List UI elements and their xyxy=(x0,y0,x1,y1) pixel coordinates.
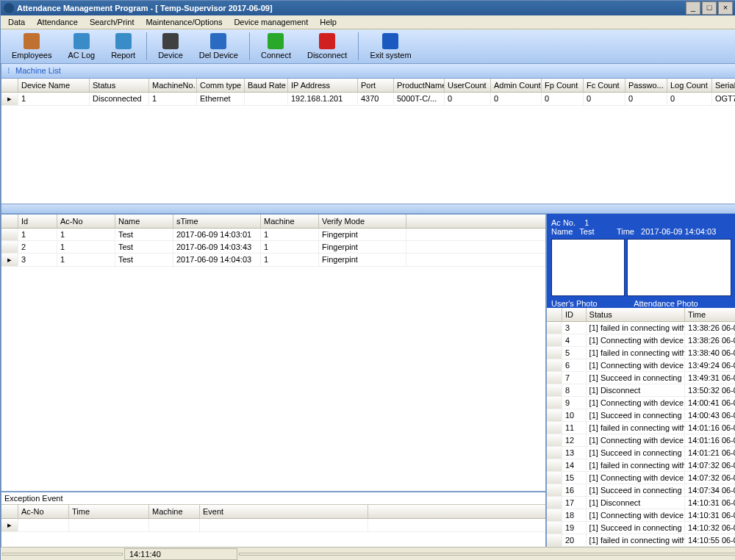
minimize-button[interactable]: _ xyxy=(686,1,700,15)
connect-button[interactable]: Connect xyxy=(254,29,298,63)
maximize-button[interactable]: □ xyxy=(702,1,717,15)
table-row[interactable]: 8[1] Disconnect13:50:32 06-09 xyxy=(547,384,735,397)
del-device-icon xyxy=(210,33,226,49)
ac-log-icon xyxy=(74,33,90,49)
table-row[interactable]: 16[1] Succeed in connecting wi14:07:34 0… xyxy=(547,484,735,497)
table-row[interactable]: 12[1] Connecting with device,pl14:01:16 … xyxy=(547,434,735,447)
employees-icon xyxy=(24,33,40,49)
col-status[interactable]: Status xyxy=(587,308,685,321)
scroll-strip[interactable] xyxy=(1,204,735,214)
table-row[interactable]: 14[1] failed in connecting with d14:07:3… xyxy=(547,459,735,472)
statusbar: 14:11:40 xyxy=(1,547,735,560)
ac-log-button[interactable]: AC Log xyxy=(61,29,101,63)
info-box: Ac No. 1 Name Test Time 2017-06-09 14:04… xyxy=(547,214,735,308)
exception-title: Exception Event xyxy=(1,492,545,505)
title-text: Attendance Management Program - [ Temp-S… xyxy=(17,4,273,12)
device-icon xyxy=(162,33,179,49)
machine-list-label: Machine List xyxy=(15,66,61,75)
col-stime[interactable]: sTime xyxy=(173,215,261,228)
table-row[interactable]: 13[1] Succeed in connecting wi14:01:21 0… xyxy=(547,447,735,459)
attendance-log-grid[interactable]: IdAc-NoNamesTimeMachineVerify Mode11Test… xyxy=(1,215,545,491)
col-time[interactable]: Time xyxy=(685,308,735,321)
attendance-photo xyxy=(627,239,731,296)
attendance-photo-label: Attendance Photo xyxy=(634,299,698,308)
table-row[interactable]: ▸1Disconnected1Ethernet192.168.1.2014370… xyxy=(1,93,735,106)
col-id[interactable]: ID xyxy=(562,308,587,321)
table-row[interactable]: 11[1] failed in connecting with d14:01:1… xyxy=(547,422,735,434)
table-row[interactable]: 17[1] Disconnect14:10:31 06-09 xyxy=(547,497,735,509)
main-area: ⁝ Machine List Device NameStatusMachineN… xyxy=(1,64,735,547)
report-icon xyxy=(115,33,132,49)
col-baud-rate[interactable]: Baud Rate xyxy=(245,79,288,92)
menu-attendance[interactable]: Attendance xyxy=(31,16,84,28)
col-ip-address[interactable]: IP Address xyxy=(288,79,358,92)
disconnect-icon xyxy=(319,33,335,49)
event-log-grid[interactable]: IDStatusTime3[1] failed in connecting wi… xyxy=(547,308,735,547)
table-row[interactable]: 4[1] Connecting with device,pl13:38:26 0… xyxy=(547,334,735,347)
col-id[interactable]: Id xyxy=(18,215,57,228)
right-pane: Ac No. 1 Name Test Time 2017-06-09 14:04… xyxy=(547,214,735,547)
employees-button[interactable]: Employees xyxy=(5,29,58,63)
col-productname[interactable]: ProductName xyxy=(394,79,445,92)
col-port[interactable]: Port xyxy=(358,79,394,92)
table-row[interactable]: 15[1] Connecting with device,pl14:07:32 … xyxy=(547,472,735,484)
col-fc-count[interactable]: Fc Count xyxy=(584,79,625,92)
device-button[interactable]: Device xyxy=(151,29,190,63)
machine-list-header: ⁝ Machine List xyxy=(1,64,735,79)
time-label: Time xyxy=(617,227,634,236)
user-photo-label: User's Photo xyxy=(551,299,598,308)
table-row[interactable]: 7[1] Succeed in connecting wi13:49:31 06… xyxy=(547,372,735,384)
table-row[interactable]: ▸31Test2017-06-09 14:04:031Fingerpint xyxy=(1,254,545,267)
table-row[interactable]: 10[1] Succeed in connecting wi14:00:43 0… xyxy=(547,409,735,422)
connect-icon xyxy=(268,33,284,49)
menu-search-print[interactable]: Search/Print xyxy=(84,16,140,28)
exit-system-button[interactable]: Exit system xyxy=(363,29,417,63)
col-passwo-[interactable]: Passwo... xyxy=(625,79,667,92)
col-device-name[interactable]: Device Name xyxy=(18,79,90,92)
table-row[interactable]: 19[1] Succeed in connecting wi14:10:32 0… xyxy=(547,522,735,534)
col-machineno-[interactable]: MachineNo. xyxy=(149,79,197,92)
col-log-count[interactable]: Log Count xyxy=(667,79,712,92)
acno-value: 1 xyxy=(584,218,589,227)
exception-grid[interactable]: Ac-NoTimeMachineEvent▸ xyxy=(1,505,545,532)
disconnect-button[interactable]: Disconnect xyxy=(301,29,354,63)
table-row[interactable]: 20[1] failed in connecting with d14:10:5… xyxy=(547,534,735,547)
table-row[interactable]: 3[1] failed in connecting with d13:38:26… xyxy=(547,322,735,334)
col-serial[interactable]: Serial xyxy=(712,79,735,92)
close-button[interactable]: × xyxy=(718,1,733,15)
exception-panel: Exception Event Ac-NoTimeMachineEvent▸ xyxy=(1,491,545,547)
time-value: 2017-06-09 14:04:03 xyxy=(641,227,716,236)
col-ac-no[interactable]: Ac-No xyxy=(57,215,115,228)
titlebar: Attendance Management Program - [ Temp-S… xyxy=(1,1,735,15)
name-label: Name xyxy=(551,227,573,236)
col-status[interactable]: Status xyxy=(90,79,149,92)
col-verify-mode[interactable]: Verify Mode xyxy=(319,215,406,228)
col-usercount[interactable]: UserCount xyxy=(445,79,491,92)
machine-list-grid[interactable]: Device NameStatusMachineNo.Comm typeBaud… xyxy=(1,79,735,204)
table-row[interactable]: 6[1] Connecting with device,pl13:49:24 0… xyxy=(547,359,735,372)
menu-maintenance-options[interactable]: Maintenance/Options xyxy=(140,16,228,28)
table-row[interactable]: 18[1] Connecting with device,pl14:10:31 … xyxy=(547,509,735,522)
col-comm-type[interactable]: Comm type xyxy=(197,79,245,92)
acno-label: Ac No. xyxy=(551,218,576,227)
col-ac-no[interactable]: Ac-No xyxy=(18,505,69,518)
exit-system-icon xyxy=(382,33,398,49)
menu-device-management[interactable]: Device management xyxy=(228,16,314,28)
table-row[interactable]: ▸ xyxy=(1,519,545,532)
col-admin-count[interactable]: Admin Count xyxy=(491,79,542,92)
col-machine[interactable]: Machine xyxy=(261,215,319,228)
col-fp-count[interactable]: Fp Count xyxy=(542,79,584,92)
col-machine[interactable]: Machine xyxy=(149,505,200,518)
user-photo xyxy=(551,239,625,296)
table-row[interactable]: 21Test2017-06-09 14:03:431Fingerpint xyxy=(1,241,545,254)
col-event[interactable]: Event xyxy=(200,505,368,518)
menu-data[interactable]: Data xyxy=(2,16,31,28)
table-row[interactable]: 9[1] Connecting with device,pl14:00:41 0… xyxy=(547,397,735,409)
report-button[interactable]: Report xyxy=(104,29,142,63)
table-row[interactable]: 5[1] failed in connecting with d13:38:40… xyxy=(547,347,735,359)
del-device-button[interactable]: Del Device xyxy=(193,29,245,63)
col-name[interactable]: Name xyxy=(115,215,173,228)
col-time[interactable]: Time xyxy=(69,505,149,518)
table-row[interactable]: 11Test2017-06-09 14:03:011Fingerpint xyxy=(1,229,545,241)
menu-help[interactable]: Help xyxy=(314,16,343,28)
